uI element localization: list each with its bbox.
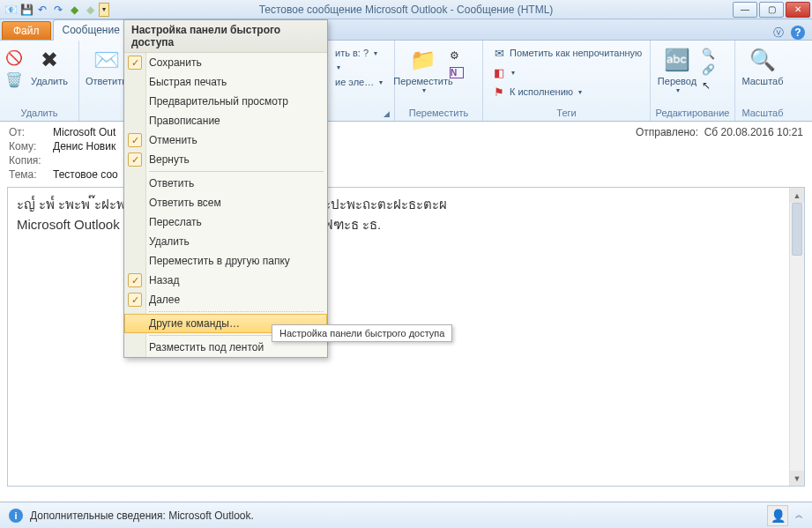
tab-message[interactable]: Сообщение: [53, 19, 130, 41]
check-icon: ✓: [128, 56, 142, 70]
minimize-ribbon-icon[interactable]: ⓥ: [771, 26, 786, 40]
from-value: Microsoft Out: [53, 126, 115, 138]
check-icon: ✓: [128, 152, 142, 167]
check-icon: ✓: [128, 293, 142, 307]
find-icon[interactable]: 🔍: [702, 48, 715, 60]
status-text: Дополнительные сведения: Microsoft Outlo…: [30, 509, 254, 522]
onenote-icon[interactable]: N: [450, 67, 464, 78]
message-headers: От: Microsoft Out Отправлено: Сб 20.08.2…: [0, 122, 812, 185]
vertical-scrollbar[interactable]: ▲ ▼: [789, 188, 804, 486]
group-label-zoom: Масштаб: [735, 106, 790, 121]
minimize-button[interactable]: —: [733, 2, 757, 18]
dialog-launcher-icon[interactable]: ◢: [382, 109, 391, 118]
qat-menu-item[interactable]: Переместить в другую папку: [124, 251, 327, 271]
quick-access-toolbar: 📧 💾 ↶ ↷ ◆ ◆ ▾: [0, 3, 113, 17]
zoom-button[interactable]: 🔍 Масштаб: [740, 44, 785, 88]
qat-menu-item-label: Правописание: [149, 115, 220, 127]
qat-menu-item-label: Отменить: [149, 134, 197, 146]
related-items[interactable]: ие эле…▾: [332, 75, 386, 89]
translate-icon: 🔤: [663, 46, 691, 74]
qat-menu-item-label: Сохранить: [149, 56, 202, 69]
title-bar: 📧 💾 ↶ ↷ ◆ ◆ ▾ Тестовое сообщение Microso…: [0, 0, 812, 19]
move-button[interactable]: 📁 Переместить ▾: [400, 44, 446, 96]
delete-button[interactable]: ✖ Удалить: [26, 44, 72, 88]
qat-menu-item-label: Переместить в другую папку: [149, 255, 290, 267]
qat-menu-item-label: Ответить: [149, 177, 194, 190]
qat-menu-item[interactable]: ✓Вернуть: [124, 150, 327, 169]
qat-dropdown-icon[interactable]: ▾: [99, 3, 109, 17]
app-menu-icon[interactable]: 📧: [4, 3, 18, 17]
qat-menu-item[interactable]: Ответить: [124, 174, 327, 193]
undo-icon[interactable]: ↶: [35, 3, 49, 17]
back-icon[interactable]: ◆: [67, 3, 81, 17]
qat-menu-item-label: Удалить: [149, 235, 190, 248]
qat-menu-item-label: Другие команды…: [149, 317, 240, 330]
related-icon[interactable]: 🔗: [702, 63, 715, 76]
save-icon[interactable]: 💾: [19, 3, 34, 17]
categorize-icon: ◧: [492, 65, 506, 79]
ignore-icon[interactable]: 🗑️: [5, 71, 23, 88]
qat-menu-item-label: Ответить всем: [149, 197, 221, 209]
subject-label: Тема:: [9, 168, 53, 181]
followup-button[interactable]: ⚑ К исполнению▾: [488, 83, 645, 100]
junk-icon[interactable]: 🚫: [5, 49, 23, 66]
to-label: Кому:: [9, 140, 53, 152]
envelope-icon: ✉: [492, 46, 506, 60]
rules-icon[interactable]: ⚙: [450, 49, 464, 62]
to-value: Денис Новик: [53, 140, 115, 152]
ribbon-tabs: Файл Сообщение ⓥ ?: [0, 19, 812, 41]
zoom-icon: 🔍: [749, 46, 777, 74]
delete-icon: ✖: [35, 46, 63, 74]
qat-menu-item[interactable]: Удалить: [124, 232, 327, 251]
mark-unread-button[interactable]: ✉ Пометить как непрочитанную: [488, 44, 645, 62]
qat-menu-item-label: Далее: [149, 294, 180, 306]
cc-label: Копия:: [9, 154, 53, 167]
reply-icon: ✉️: [93, 46, 121, 74]
translate-button[interactable]: 🔤 Перевод ▾: [656, 44, 698, 96]
qat-menu-item-label: Назад: [149, 274, 179, 286]
qat-menu-item[interactable]: Быстрая печать: [124, 72, 327, 92]
qat-menu-title: Настройка панели быстрого доступа: [124, 20, 327, 53]
close-button[interactable]: ✕: [786, 2, 810, 18]
reply-button[interactable]: ✉️ Ответить: [84, 44, 129, 88]
scroll-thumb[interactable]: [792, 203, 802, 256]
contact-avatar[interactable]: 👤: [767, 505, 788, 526]
qat-menu-item-label: Быстрая печать: [149, 76, 227, 88]
qat-menu-item[interactable]: ✓Отменить: [124, 130, 327, 150]
sent-label: Отправлено:: [636, 126, 698, 138]
forward-icon[interactable]: ◆: [83, 3, 97, 17]
qat-menu-item[interactable]: Ответить всем: [124, 193, 327, 212]
qat-menu-item[interactable]: ✓Сохранить: [124, 53, 327, 72]
redo-icon[interactable]: ↷: [51, 3, 65, 17]
subject-value: Тестовое соо: [53, 168, 118, 181]
scroll-down-icon[interactable]: ▼: [790, 471, 804, 486]
window-buttons: — ▢ ✕: [733, 2, 812, 18]
qat-menu-item[interactable]: Предварительный просмотр: [124, 92, 327, 111]
sent-value: Сб 20.08.2016 10:21: [704, 126, 803, 138]
scroll-up-icon[interactable]: ▲: [790, 188, 804, 203]
check-icon: ✓: [128, 133, 142, 147]
group-label-editing: Редактирование: [651, 106, 734, 121]
maximize-button[interactable]: ▢: [759, 2, 784, 18]
qat-menu-item[interactable]: Правописание: [124, 111, 327, 130]
select-icon[interactable]: ↖: [702, 79, 715, 92]
rules-item[interactable]: ▾: [332, 62, 386, 73]
move-icon: 📁: [409, 46, 437, 74]
qat-menu-item[interactable]: ✓Далее: [124, 290, 327, 309]
help-icon[interactable]: ?: [791, 26, 805, 40]
tab-file[interactable]: Файл: [2, 21, 51, 40]
ribbon: 🚫 🗑️ ✖ Удалить Удалить ✉️ Ответить ◢ ить…: [0, 41, 812, 122]
expand-icon[interactable]: ︽: [795, 509, 803, 521]
qat-menu-item[interactable]: ✓Назад: [124, 271, 327, 290]
qat-menu-item-label: Предварительный просмотр: [149, 95, 288, 108]
status-bar: i Дополнительные сведения: Microsoft Out…: [0, 502, 812, 528]
categorize-button[interactable]: ◧ ▾: [488, 63, 645, 81]
qat-customize-menu: Настройка панели быстрого доступа ✓Сохра…: [123, 19, 328, 358]
flag-icon: ⚑: [492, 85, 506, 99]
qat-menu-item[interactable]: Переслать: [124, 212, 327, 232]
qat-menu-item-label: Переслать: [149, 216, 202, 228]
from-label: От:: [9, 126, 53, 138]
move-to-item[interactable]: ить в: ?▾: [332, 46, 386, 60]
info-icon: i: [9, 509, 23, 523]
check-icon: ✓: [128, 273, 142, 287]
